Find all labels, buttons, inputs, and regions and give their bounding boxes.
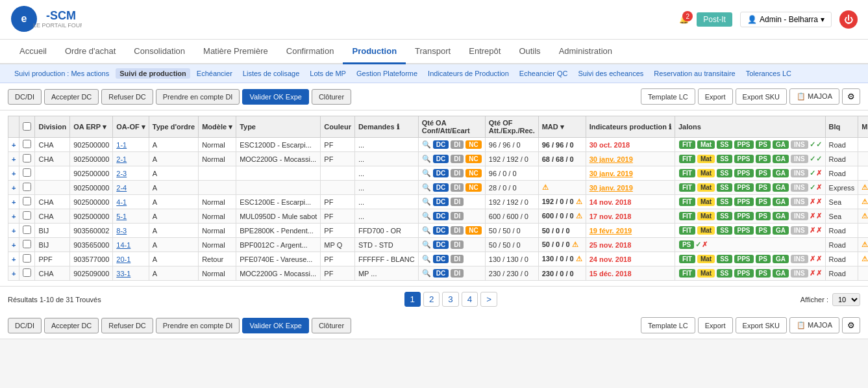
expand-cell[interactable]: + <box>8 152 19 166</box>
subnav-gestion-plateforme[interactable]: Gestion Plateforme <box>353 68 421 79</box>
page-3-button[interactable]: 3 <box>442 292 458 307</box>
oa-of-link[interactable]: 8-3 <box>116 227 127 235</box>
row-checkbox-cell[interactable] <box>19 195 35 209</box>
subnav-suivi-production[interactable]: Suivi de production <box>116 68 190 79</box>
row-checkbox[interactable] <box>23 168 31 177</box>
dc-badge[interactable]: DC <box>433 226 449 235</box>
row-checkbox-cell[interactable] <box>19 266 35 281</box>
expand-cell[interactable]: + <box>8 252 19 266</box>
row-checkbox-cell[interactable] <box>19 224 35 238</box>
oa-of-cell[interactable]: 20-1 <box>113 252 149 266</box>
export-sku-button[interactable]: Export SKU <box>736 88 787 105</box>
search-icon[interactable]: 🔍 <box>422 269 431 277</box>
dc-badge[interactable]: DC <box>433 183 449 192</box>
valider-ok-expe-button-bottom[interactable]: Valider OK Expe <box>242 318 309 333</box>
col-division[interactable]: Division <box>35 116 70 138</box>
search-icon[interactable]: 🔍 <box>422 169 431 177</box>
expand-cell[interactable]: + <box>8 238 19 252</box>
majoa-button-bottom[interactable]: 📋 MAJOA <box>789 317 839 333</box>
expand-icon[interactable]: + <box>12 170 16 177</box>
accepter-dc-button[interactable]: Accepter DC <box>44 89 99 105</box>
row-checkbox[interactable] <box>23 268 31 277</box>
oa-of-link[interactable]: 20-1 <box>116 255 130 263</box>
oa-of-link[interactable]: 33-1 <box>116 270 130 278</box>
nc-badge[interactable]: NC <box>465 155 481 163</box>
dc-di-button-bottom[interactable]: DC/DI <box>8 318 42 333</box>
page-1-button[interactable]: 1 <box>404 292 421 307</box>
expand-icon[interactable]: + <box>12 255 16 263</box>
export-button-bottom[interactable]: Export <box>698 317 733 333</box>
power-button[interactable]: ⏻ <box>839 10 858 29</box>
oa-of-link[interactable]: 5-1 <box>116 213 127 220</box>
template-lc-button[interactable]: Template LC <box>641 88 695 105</box>
settings-button[interactable]: ⚙ <box>842 88 860 105</box>
di-badge[interactable]: DI <box>451 269 464 278</box>
subnav-suivi-echeances[interactable]: Suivi des echeances <box>574 68 647 79</box>
di-badge[interactable]: DI <box>451 198 464 206</box>
oa-of-cell[interactable]: 4-1 <box>113 195 149 209</box>
prendre-en-compte-button[interactable]: Prendre en compte DI <box>156 89 240 105</box>
di-badge[interactable]: DI <box>451 240 464 249</box>
row-checkbox[interactable] <box>23 226 31 234</box>
nc-badge[interactable]: NC <box>465 226 481 235</box>
nc-badge[interactable]: NC <box>465 183 481 192</box>
oa-of-cell[interactable]: 8-3 <box>113 224 149 238</box>
oa-of-cell[interactable]: 2-3 <box>113 166 149 181</box>
valider-ok-expe-button[interactable]: Valider OK Expe <box>242 89 309 105</box>
refuser-dc-button[interactable]: Refuser DC <box>101 89 153 105</box>
subnav-listes-colisage[interactable]: Listes de colisage <box>239 68 303 79</box>
expand-cell[interactable]: + <box>8 166 19 181</box>
nav-item-matiere-premiere[interactable]: Matière Première <box>194 40 277 64</box>
accepter-dc-button-bottom[interactable]: Accepter DC <box>44 318 99 333</box>
row-checkbox[interactable] <box>23 197 31 205</box>
di-badge[interactable]: DI <box>451 226 464 235</box>
cloturer-button[interactable]: Clôturer <box>312 89 351 105</box>
subnav-echeancier[interactable]: Echéancier <box>193 68 236 79</box>
nav-item-accueil[interactable]: Accueil <box>10 40 56 64</box>
row-checkbox[interactable] <box>23 254 31 263</box>
di-badge[interactable]: DI <box>451 169 464 177</box>
oa-of-cell[interactable]: 5-1 <box>113 209 149 224</box>
oa-of-link[interactable]: 2-3 <box>116 170 127 177</box>
di-badge[interactable]: DI <box>451 255 464 263</box>
subnav-echeancier-qc[interactable]: Echeancier QC <box>515 68 572 79</box>
expand-icon[interactable]: + <box>12 141 16 149</box>
expand-icon[interactable]: + <box>12 241 16 249</box>
nav-item-confirmation[interactable]: Confirmation <box>277 40 343 64</box>
di-badge[interactable]: DI <box>451 212 464 220</box>
expand-icon[interactable]: + <box>12 270 16 278</box>
col-mad[interactable]: MAD ▾ <box>538 116 586 138</box>
cloturer-button-bottom[interactable]: Clôturer <box>312 318 351 333</box>
dc-badge[interactable]: DC <box>433 155 449 163</box>
postit-button[interactable]: Post-It <box>697 12 732 27</box>
expand-cell[interactable]: + <box>8 195 19 209</box>
dc-badge[interactable]: DC <box>433 140 449 149</box>
oa-of-link[interactable]: 2-4 <box>116 184 127 192</box>
oa-of-cell[interactable]: 2-4 <box>113 181 149 195</box>
di-badge[interactable]: DI <box>451 140 464 149</box>
select-all-checkbox[interactable] <box>23 122 31 131</box>
export-button[interactable]: Export <box>698 88 733 105</box>
nc-badge[interactable]: NC <box>465 140 481 149</box>
nav-item-consolidation[interactable]: Consolidation <box>125 40 194 64</box>
subnav-lots-mp[interactable]: Lots de MP <box>306 68 350 79</box>
search-icon[interactable]: 🔍 <box>422 198 431 205</box>
nav-item-entrepot[interactable]: Entrepôt <box>460 40 510 64</box>
expand-cell[interactable]: + <box>8 224 19 238</box>
expand-cell[interactable]: + <box>8 209 19 224</box>
di-badge[interactable]: DI <box>451 155 464 163</box>
row-checkbox-cell[interactable] <box>19 138 35 152</box>
search-icon[interactable]: 🔍 <box>422 140 431 148</box>
nav-item-outils[interactable]: Outils <box>510 40 549 64</box>
nav-item-transport[interactable]: Transport <box>406 40 460 64</box>
oa-of-link[interactable]: 14-1 <box>116 241 130 249</box>
nav-item-production[interactable]: Production <box>343 40 406 64</box>
dc-badge[interactable]: DC <box>433 198 449 206</box>
row-checkbox-cell[interactable] <box>19 152 35 166</box>
subnav-indicateurs[interactable]: Indicateurs de Production <box>424 68 513 79</box>
search-icon[interactable]: 🔍 <box>422 240 431 248</box>
expand-icon[interactable]: + <box>12 155 16 163</box>
search-icon[interactable]: 🔍 <box>422 255 431 263</box>
row-checkbox[interactable] <box>23 211 31 220</box>
dc-badge[interactable]: DC <box>433 212 449 220</box>
